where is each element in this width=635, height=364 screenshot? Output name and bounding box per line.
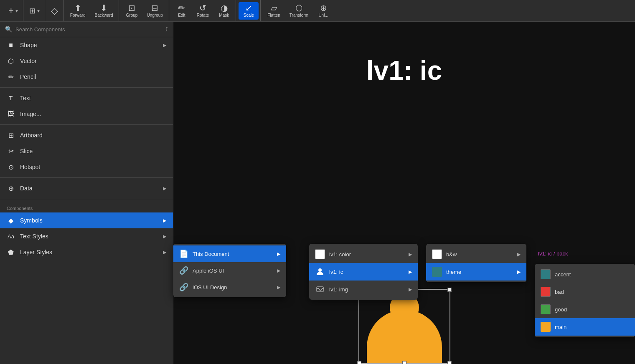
selection-handle-bc (402, 361, 406, 364)
menu-item-bad[interactable]: bad (535, 283, 635, 301)
good-swatch (541, 304, 551, 314)
rotate-button[interactable]: ↺ Rotate (193, 2, 213, 20)
layers-icon: ⊞ (29, 6, 36, 15)
menu-item-bw[interactable]: b&w ▶ (426, 245, 526, 263)
sidebar-item-text-styles-label: Text Styles (20, 233, 158, 240)
insert-button[interactable]: ◇ (48, 4, 61, 18)
shape-arrow-icon: ▶ (163, 43, 166, 48)
menu-item-apple-ios[interactable]: 🔗 Apple iOS UI ▶ (173, 262, 286, 279)
toolbar-edit-group: ✏ Edit ↺ Rotate ◑ Mask (170, 0, 236, 21)
wave-icon (315, 284, 325, 294)
group-button[interactable]: ⊡ Group (122, 2, 142, 20)
menu-good-label: good (555, 306, 629, 313)
menu-lv1: lv1: color ▶ lv1: ic ▶ lv1: img (309, 244, 418, 300)
menu-item-main[interactable]: main (535, 318, 635, 336)
union-label: Uni... (318, 13, 328, 18)
selection-handle-bl (357, 361, 361, 364)
bw-swatch (432, 249, 442, 259)
ungroup-label: Ungroup (147, 13, 163, 18)
divider-1 (0, 87, 173, 88)
bad-swatch (541, 287, 551, 297)
text-styles-arrow-icon: ▶ (163, 234, 166, 239)
link-icon-2: 🔗 (179, 283, 188, 292)
menu-apple-ios-label: Apple iOS UI (193, 268, 273, 274)
menu-colors: accent bad good main (535, 264, 635, 337)
sidebar-item-data[interactable]: ⊕ Data ▶ (0, 180, 173, 196)
union-button[interactable]: ⊕ Uni... (313, 2, 333, 20)
menu-item-ios-design[interactable]: 🔗 iOS UI Design ▶ (173, 279, 286, 296)
document-icon: 📄 (179, 249, 188, 258)
layer-styles-arrow-icon: ▶ (163, 250, 166, 255)
forward-button[interactable]: ⬆ Forward (66, 2, 90, 20)
menu-bad-label: bad (555, 289, 629, 295)
menu-this-doc-label: This Document (193, 251, 273, 257)
menu-item-accent[interactable]: accent (535, 265, 635, 283)
person-icon (315, 267, 325, 277)
svg-point-0 (318, 268, 322, 272)
ungroup-icon: ⊟ (151, 4, 158, 12)
group-icon: ⊡ (128, 4, 135, 12)
sidebar-item-hotspot[interactable]: ⊙ Hotspot (0, 159, 173, 175)
menu-item-lv1-img[interactable]: lv1: img ▶ (309, 281, 418, 298)
menu-item-lv1-ic[interactable]: lv1: ic ▶ (309, 263, 418, 281)
edit-button[interactable]: ✏ Edit (172, 2, 192, 20)
flatten-label: Flatten (267, 13, 280, 18)
menu-item-good[interactable]: good (535, 301, 635, 318)
sidebar-item-artboard[interactable]: ⊞ Artboard (0, 127, 173, 143)
scale-button[interactable]: ⤢ Scale (239, 2, 259, 20)
back-breadcrumb: lv1: ic / back (535, 248, 572, 259)
sidebar-item-layer-styles[interactable]: ⬟ Layer Styles ▶ (0, 244, 173, 260)
sidebar-item-pencil[interactable]: ✏ Pencil (0, 69, 173, 85)
edit-icon: ✏ (178, 4, 185, 12)
scale-label: Scale (244, 13, 254, 18)
add-button[interactable]: + ▾ (5, 4, 21, 18)
search-input[interactable] (15, 26, 162, 33)
divider-3 (0, 177, 173, 178)
sidebar-item-data-label: Data (20, 185, 158, 192)
menu-item-lv1-color[interactable]: lv1: color ▶ (309, 245, 418, 263)
toolbar-group-group: ⊡ Group ⊟ Ungroup (120, 0, 169, 21)
backward-button[interactable]: ⬇ Backward (91, 2, 117, 20)
menu-bw-theme: b&w ▶ theme ▶ (426, 244, 526, 282)
layers-button[interactable]: ⊞ ▾ (26, 5, 43, 17)
toolbar-arrange-group: ⬆ Forward ⬇ Backward (64, 0, 119, 21)
external-link-icon[interactable]: ⤴ (165, 26, 168, 33)
sidebar-item-layer-styles-label: Layer Styles (20, 249, 158, 255)
menu-item-this-doc[interactable]: 📄 This Document ▶ (173, 245, 286, 262)
theme-arrow-icon: ▶ (517, 269, 521, 275)
selection-handle-br (447, 361, 452, 364)
pencil-icon: ✏ (7, 73, 15, 81)
text-icon: T (7, 94, 15, 102)
sidebar-item-artboard-label: Artboard (20, 132, 166, 139)
rotate-label: Rotate (197, 13, 209, 18)
sidebar-item-slice[interactable]: ✂ Slice (0, 143, 173, 159)
menu-item-theme[interactable]: theme ▶ (426, 263, 526, 281)
divider-2 (0, 124, 173, 125)
sidebar-item-symbols[interactable]: ◆ Symbols ▶ (0, 212, 173, 228)
slice-icon: ✂ (7, 147, 15, 155)
sidebar-item-image-label: Image... (20, 111, 166, 117)
lv1-color-arrow-icon: ▶ (409, 252, 412, 257)
menu-main-label: main (555, 324, 629, 330)
flatten-button[interactable]: ▱ Flatten (263, 2, 284, 20)
mask-button[interactable]: ◑ Mask (214, 2, 234, 20)
toolbar-flatten-group: ▱ Flatten ⬡ Transform ⊕ Uni... (262, 0, 335, 21)
sidebar-item-vector[interactable]: ⬡ Vector (0, 53, 173, 69)
search-icon: 🔍 (5, 26, 12, 33)
components-label: Components (0, 202, 173, 212)
vector-icon: ⬡ (7, 57, 15, 65)
menu-accent-label: accent (555, 271, 629, 278)
transform-button[interactable]: ⬡ Transform (285, 2, 312, 20)
artboard-icon: ⊞ (7, 131, 15, 139)
data-icon: ⊕ (7, 184, 15, 192)
accent-swatch (541, 269, 551, 279)
sidebar: 🔍 ⤴ ■ Shape ▶ ⬡ Vector ✏ Pencil T Text 🖼… (0, 22, 173, 364)
ungroup-button[interactable]: ⊟ Ungroup (142, 2, 167, 20)
sidebar-item-image[interactable]: 🖼 Image... (0, 106, 173, 122)
sidebar-item-shape[interactable]: ■ Shape ▶ (0, 37, 173, 53)
sidebar-item-text-styles[interactable]: Aa Text Styles ▶ (0, 228, 173, 244)
apple-ios-arrow-icon: ▶ (277, 268, 280, 273)
sidebar-item-vector-label: Vector (20, 58, 166, 64)
sidebar-item-text[interactable]: T Text (0, 90, 173, 106)
toolbar: + ▾ ⊞ ▾ ◇ ⬆ Forward ⬇ Backward ⊡ Group ⊟… (0, 0, 635, 22)
